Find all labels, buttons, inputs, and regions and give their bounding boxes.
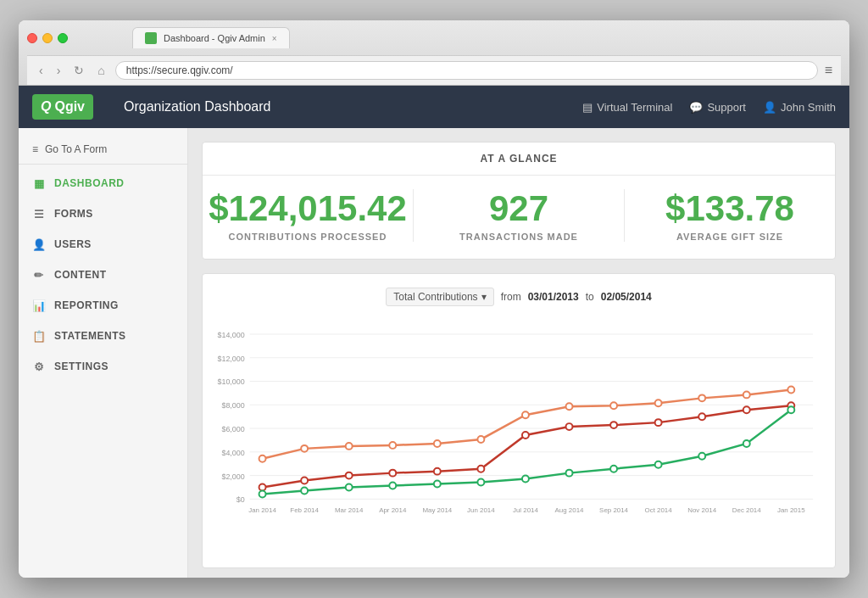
svg-text:May 2014: May 2014 [422,506,452,514]
stat-contributions: $124,015.42 CONTRIBUTIONS PROCESSED [203,189,414,242]
address-bar: ‹ › ↻ ⌂ ≡ [27,55,841,85]
svg-point-52 [698,413,705,420]
svg-point-45 [389,470,396,477]
svg-point-44 [346,472,353,479]
top-nav: Q Qgiv Organization Dashboard ▤ Virtual … [19,86,849,128]
reporting-icon: 📊 [32,299,46,312]
from-date: 03/01/2013 [528,291,579,303]
sidebar-item-dashboard[interactable]: ▦ Dashboard [19,168,187,198]
close-dot[interactable] [27,33,37,43]
hamburger-icon: ≡ [32,143,38,155]
svg-point-51 [655,419,662,426]
svg-point-49 [566,423,573,430]
svg-point-56 [301,488,308,495]
svg-point-30 [301,445,308,452]
svg-point-40 [743,392,750,399]
menu-button[interactable]: ≡ [825,63,832,78]
sidebar-item-users[interactable]: 👤 Users [19,229,187,260]
home-button[interactable]: ⌂ [94,62,108,79]
nav-right: ▤ Virtual Terminal 💬 Support 👤 John Smit… [582,101,836,114]
svg-point-38 [655,400,662,407]
virtual-terminal-label: Virtual Terminal [597,101,672,114]
svg-point-59 [434,481,441,488]
svg-point-47 [477,466,484,472]
svg-text:$2,000: $2,000 [221,472,244,481]
sidebar-item-content[interactable]: ✏ Content [19,260,187,290]
statements-icon: 📋 [32,329,46,343]
svg-text:Jan 2014: Jan 2014 [248,506,276,514]
logo-icon: Q [41,99,51,115]
svg-text:Mar 2014: Mar 2014 [335,506,364,514]
to-date: 02/05/2014 [601,291,652,303]
from-label: from [501,291,521,303]
svg-text:Jan 2015: Jan 2015 [777,506,805,514]
refresh-button[interactable]: ↻ [70,62,87,79]
svg-text:Sep 2014: Sep 2014 [599,506,629,514]
svg-point-65 [698,453,705,460]
tab-close-button[interactable]: × [272,34,277,43]
browser-controls: Dashboard - Qgiv Admin × [27,27,841,48]
stat-average-gift-value: $133.78 [625,189,835,228]
at-a-glance-section: AT A GLANCE $124,015.42 CONTRIBUTIONS PR… [202,142,836,260]
svg-point-32 [389,442,396,449]
svg-point-57 [346,484,353,491]
svg-text:Aug 2014: Aug 2014 [555,506,585,514]
terminal-icon: ▤ [582,101,593,114]
chart-type-dropdown[interactable]: Total Contributions ▾ [386,288,493,306]
users-icon: 👤 [32,238,46,251]
chart-controls: Total Contributions ▾ from 03/01/2013 to… [216,288,821,306]
svg-point-36 [566,404,573,411]
maximize-dot[interactable] [58,33,68,43]
chart-section: Total Contributions ▾ from 03/01/2013 to… [202,273,836,568]
user-menu[interactable]: 👤 John Smith [763,101,836,114]
user-name: John Smith [781,101,836,114]
svg-point-48 [522,432,529,439]
browser-titlebar: Dashboard - Qgiv Admin × ‹ › ↻ ⌂ ≡ [19,20,849,86]
svg-point-67 [787,406,794,413]
sidebar-item-settings[interactable]: ⚙ Settings [19,351,187,382]
forward-button[interactable]: › [53,62,64,79]
content-icon: ✏ [32,268,46,282]
sidebar-item-statements[interactable]: 📋 Statements [19,321,187,351]
svg-point-41 [787,387,794,394]
sidebar-item-forms[interactable]: ☰ Forms [19,198,187,229]
sidebar-item-reporting[interactable]: 📊 Reporting [19,290,187,321]
svg-text:Jul 2014: Jul 2014 [513,506,539,514]
stat-contributions-value: $124,015.42 [203,189,413,228]
glance-stats: $124,015.42 CONTRIBUTIONS PROCESSED 927 … [203,176,835,259]
svg-point-43 [301,478,308,484]
virtual-terminal-link[interactable]: ▤ Virtual Terminal [582,101,672,114]
settings-icon: ⚙ [32,360,46,373]
svg-text:$4,000: $4,000 [221,449,244,457]
forms-icon: ☰ [32,207,46,221]
svg-point-50 [610,422,617,428]
svg-text:$10,000: $10,000 [218,378,245,387]
dropdown-arrow-icon: ▾ [481,291,487,303]
svg-text:$6,000: $6,000 [221,425,244,433]
user-icon: 👤 [763,101,776,114]
sidebar-label-reporting: Reporting [54,299,119,311]
sidebar-label-content: Content [54,269,107,281]
logo-box: Q Qgiv [32,94,93,120]
svg-point-64 [655,461,662,468]
back-button[interactable]: ‹ [36,62,47,79]
active-tab[interactable]: Dashboard - Qgiv Admin × [132,27,290,48]
svg-text:Dec 2014: Dec 2014 [732,506,762,514]
svg-point-63 [610,466,617,472]
svg-text:$12,000: $12,000 [218,355,245,363]
sidebar: ≡ Go To A Form ▦ Dashboard ☰ Forms 👤 Use… [19,128,188,578]
goto-form-link[interactable]: ≡ Go To A Form [19,135,187,165]
svg-point-62 [566,470,573,477]
tab-bar: Dashboard - Qgiv Admin × [132,27,290,48]
minimize-dot[interactable] [42,33,53,43]
address-input[interactable] [115,61,818,80]
svg-point-53 [743,406,750,413]
svg-point-55 [259,491,266,498]
stat-transactions-value: 927 [414,189,624,228]
svg-point-33 [434,440,441,447]
app-container: Q Qgiv Organization Dashboard ▤ Virtual … [19,86,849,578]
support-link[interactable]: 💬 Support [689,101,746,114]
stat-contributions-label: CONTRIBUTIONS PROCESSED [203,232,413,242]
glance-header: AT A GLANCE [203,143,835,176]
tab-favicon [145,32,157,44]
